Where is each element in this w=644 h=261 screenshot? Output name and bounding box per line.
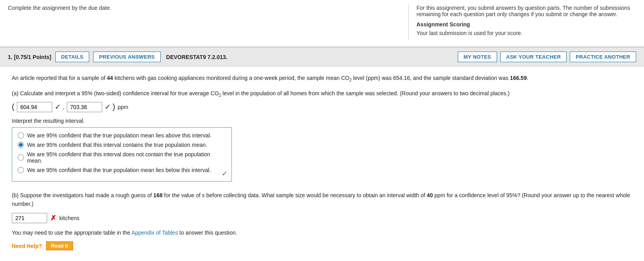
part-a-answer-row: ( ✓ , ✓ ) ppm (12, 102, 632, 112)
question-header: 1. [0.75/1 Points] DETAILS PREVIOUS ANSW… (0, 47, 644, 67)
input-sample-size[interactable] (12, 213, 47, 223)
unit-ppm: ppm (117, 104, 128, 110)
header-right-buttons: MY NOTES ASK YOUR TEACHER PRACTICE ANOTH… (458, 52, 636, 62)
close-paren: ) (113, 102, 116, 111)
radio-label-2: We are 95% confident that this interval … (27, 142, 207, 148)
radio-input-3[interactable] (18, 154, 24, 161)
radio-option-3: We are 95% confident that this interval … (18, 151, 226, 164)
interpret-label: Interpret the resulting interval. (12, 118, 632, 124)
part-a-label: (a) Calculate and interpret a 95% (two-s… (12, 89, 632, 99)
last-submission-text: Your last submission is used for your sc… (416, 30, 636, 36)
part-b-answer-row: ✗ kitchens (12, 213, 632, 223)
radio-input-2[interactable] (18, 142, 24, 148)
appendix-note: You may need to use the appropriate tabl… (12, 230, 632, 236)
appendix-link[interactable]: Appendix of Tables (132, 230, 178, 236)
check-icon-2: ✓ (105, 103, 110, 111)
practice-another-button[interactable]: PRACTICE ANOTHER (570, 52, 636, 62)
question-code: DEVORESTAT9 7.2.013. (166, 54, 228, 60)
radio-option-2: We are 95% confident that this interval … (18, 142, 226, 148)
question-number: 1. (8, 54, 13, 60)
radio-input-1[interactable] (18, 132, 24, 139)
complete-assignment-text: Complete the assignment by the due date. (8, 5, 111, 11)
question-points-text: [0.75/1 Points] (14, 54, 51, 60)
top-info-bar: Complete the assignment by the due date.… (0, 0, 644, 47)
input-upper-bound[interactable] (67, 102, 102, 112)
kitchens-label: kitchens (59, 215, 79, 221)
details-button[interactable]: DETAILS (55, 52, 90, 62)
radio-input-4[interactable] (18, 167, 24, 173)
main-question-text: An article reported that for a sample of… (12, 74, 632, 83)
part-b-text: (b) Suppose the investigators had made a… (12, 191, 632, 209)
assignment-scoring-label: Assignment Scoring (416, 21, 636, 28)
need-help-label: Need Help? (12, 243, 42, 249)
radio-option-4: We are 95% confident that the true popul… (18, 167, 226, 173)
radio-options-box: We are 95% confident that the true popul… (12, 127, 232, 181)
radio-box-checkmark: ✓ (222, 169, 228, 178)
check-icon-1: ✓ (55, 103, 61, 111)
ask-teacher-button[interactable]: ASK YOUR TEACHER (500, 52, 567, 62)
open-paren: ( (12, 102, 15, 111)
top-left-text: Complete the assignment by the due date. (8, 5, 393, 40)
submission-info-text: For this assignment, you submit answers … (416, 5, 636, 17)
radio-label-4: We are 95% confident that the true popul… (27, 167, 211, 173)
question-number-points: 1. [0.75/1 Points] (8, 54, 51, 60)
bold-168: 168 (153, 192, 162, 198)
previous-answers-button[interactable]: PREVIOUS ANSWERS (93, 52, 161, 62)
input-lower-bound[interactable] (17, 102, 52, 112)
my-notes-button[interactable]: MY NOTES (458, 52, 497, 62)
radio-option-1: We are 95% confident that the true popul… (18, 132, 226, 139)
top-right-panel: For this assignment, you submit answers … (408, 5, 636, 40)
radio-label-3: We are 95% confident that this interval … (27, 151, 226, 164)
bold-std-dev: 166.59 (510, 75, 527, 81)
bold-40: 40 (427, 192, 433, 198)
question-body: An article reported that for a sample of… (0, 67, 644, 257)
cross-icon: ✗ (50, 214, 56, 222)
bold-44: 44 (107, 75, 113, 81)
read-it-button[interactable]: Read It (46, 241, 73, 250)
need-help-row: Need Help? Read It (12, 241, 632, 250)
radio-label-1: We are 95% confident that the true popul… (27, 132, 211, 139)
